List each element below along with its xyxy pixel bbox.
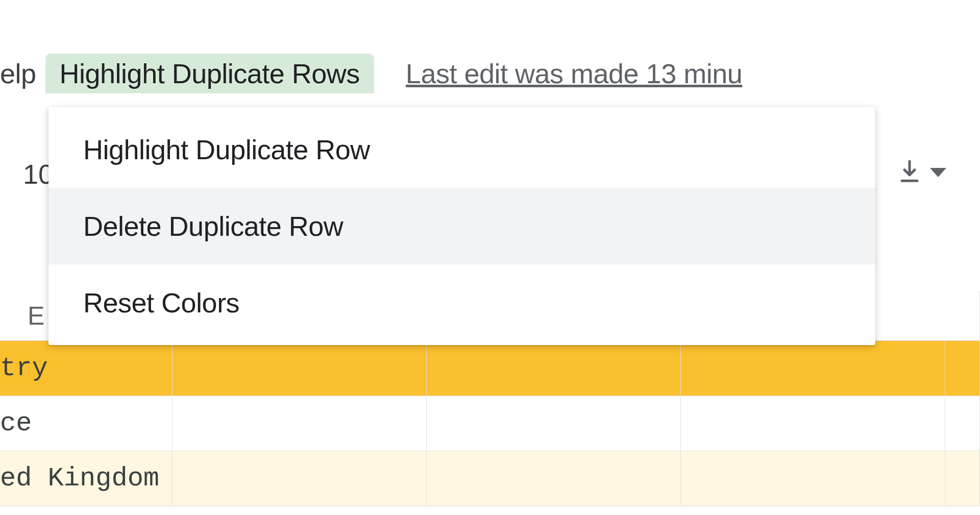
table-row[interactable]: ed Kingdom	[0, 451, 980, 506]
menu-item-highlight-duplicate-rows[interactable]: Highlight Duplicate Rows	[45, 54, 374, 93]
cell[interactable]	[427, 341, 681, 396]
dropdown-item-highlight-duplicate-row[interactable]: Highlight Duplicate Row	[48, 111, 875, 188]
cell[interactable]	[945, 341, 980, 396]
menu-bar: elp Highlight Duplicate Rows Last edit w…	[0, 54, 742, 93]
toolbar-icon-group	[899, 159, 946, 184]
cell[interactable]	[681, 341, 945, 396]
cell[interactable]	[427, 396, 681, 451]
download-icon[interactable]	[899, 159, 920, 184]
cell[interactable]	[945, 451, 980, 506]
column-header-e[interactable]: E	[0, 291, 54, 341]
table-row[interactable]: ce	[0, 396, 980, 451]
dropdown-item-delete-duplicate-row[interactable]: Delete Duplicate Row	[48, 188, 875, 264]
cell[interactable]	[427, 451, 681, 506]
cell[interactable]: ce	[0, 396, 173, 451]
cell[interactable]	[945, 396, 980, 451]
cell[interactable]	[681, 396, 945, 451]
last-edit-link[interactable]: Last edit was made 13 minu	[406, 58, 742, 89]
cell[interactable]	[173, 396, 427, 451]
cell[interactable]: try	[0, 341, 173, 396]
chevron-down-icon[interactable]	[930, 168, 946, 177]
cell[interactable]: ed Kingdom	[0, 451, 173, 506]
table-row[interactable]: try	[0, 341, 980, 396]
menu-item-help[interactable]: elp	[0, 58, 45, 89]
cell[interactable]	[173, 341, 427, 396]
spreadsheet-rows: try ce ed Kingdom	[0, 341, 980, 506]
cell[interactable]	[681, 451, 945, 506]
dropdown-menu: Highlight Duplicate Row Delete Duplicate…	[48, 107, 875, 345]
cell[interactable]	[173, 451, 427, 506]
dropdown-item-reset-colors[interactable]: Reset Colors	[48, 264, 875, 341]
